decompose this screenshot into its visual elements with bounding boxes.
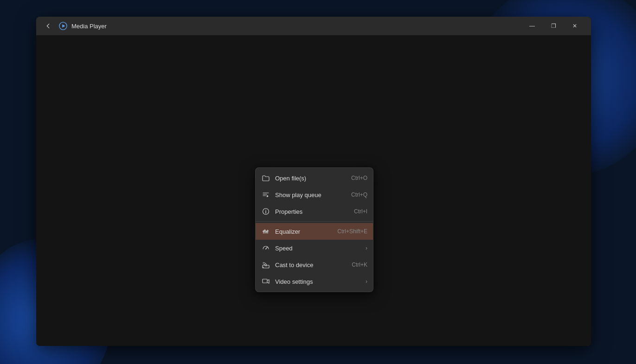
menu-shortcut-show-play-queue: Ctrl+Q	[351, 192, 367, 198]
media-player-window: Media Player — ❐ ✕ Open file(s) Ctrl+O	[36, 17, 591, 346]
video-settings-icon	[261, 277, 270, 286]
context-menu: Open file(s) Ctrl+O Show play queue Ctrl…	[255, 167, 373, 292]
back-button[interactable]	[42, 19, 55, 32]
titlebar: Media Player — ❐ ✕	[36, 17, 591, 35]
minimize-button[interactable]: —	[521, 19, 543, 33]
svg-marker-1	[62, 24, 65, 27]
svg-point-18	[265, 249, 266, 249]
menu-label-speed: Speed	[275, 245, 362, 252]
close-button[interactable]: ✕	[564, 19, 585, 33]
svg-marker-5	[267, 195, 269, 198]
menu-item-speed[interactable]: Speed ›	[256, 240, 373, 256]
info-icon	[261, 207, 270, 216]
menu-shortcut-cast-to-device: Ctrl+K	[352, 262, 367, 268]
menu-shortcut-properties: Ctrl+I	[354, 208, 367, 215]
content-area: Open file(s) Ctrl+O Show play queue Ctrl…	[36, 35, 591, 346]
folder-icon	[261, 173, 270, 183]
menu-separator-1	[256, 221, 373, 222]
svg-rect-21	[263, 279, 267, 283]
queue-icon	[261, 190, 270, 199]
app-icon	[58, 21, 68, 31]
svg-point-20	[263, 267, 264, 268]
menu-label-equalizer: Equalizer	[275, 228, 337, 235]
menu-label-properties: Properties	[275, 208, 354, 215]
menu-label-show-play-queue: Show play queue	[275, 192, 351, 198]
menu-item-video-settings[interactable]: Video settings ›	[256, 273, 373, 290]
menu-item-open-files[interactable]: Open file(s) Ctrl+O	[256, 170, 373, 186]
menu-shortcut-equalizer: Ctrl+Shift+E	[337, 228, 367, 235]
menu-item-cast-to-device[interactable]: Cast to device Ctrl+K	[256, 256, 373, 273]
equalizer-icon	[261, 227, 270, 236]
menu-item-properties[interactable]: Properties Ctrl+I	[256, 203, 373, 220]
menu-label-cast-to-device: Cast to device	[275, 262, 352, 268]
window-controls: — ❐ ✕	[521, 19, 585, 33]
menu-item-equalizer[interactable]: Equalizer Ctrl+Shift+E	[256, 223, 373, 240]
svg-point-8	[265, 210, 266, 211]
maximize-button[interactable]: ❐	[543, 19, 564, 33]
speed-arrow-icon: ›	[366, 245, 367, 251]
menu-shortcut-open-files: Ctrl+O	[351, 175, 367, 181]
speed-icon	[261, 243, 270, 253]
menu-label-open-files: Open file(s)	[275, 175, 351, 182]
menu-item-show-play-queue[interactable]: Show play queue Ctrl+Q	[256, 186, 373, 203]
menu-label-video-settings: Video settings	[275, 278, 362, 285]
video-settings-arrow-icon: ›	[366, 278, 367, 285]
window-title: Media Player	[71, 23, 521, 30]
cast-icon	[261, 260, 270, 269]
